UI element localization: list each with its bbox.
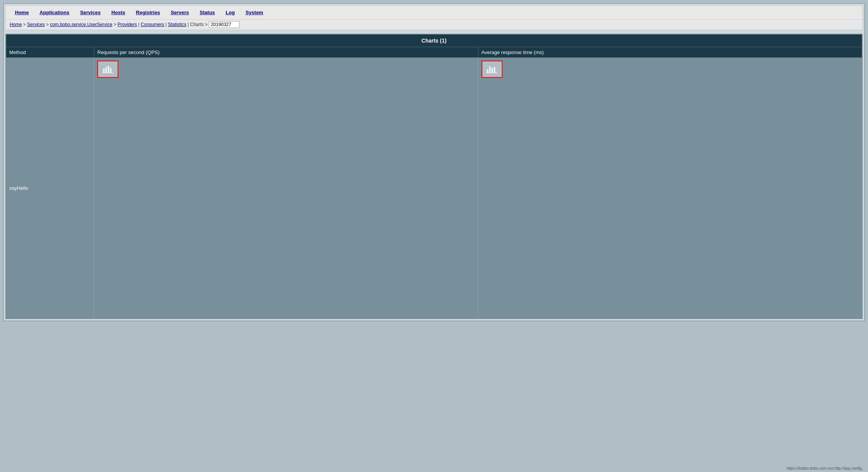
method-cell: sayHello xyxy=(6,58,94,318)
breadcrumb-home[interactable]: Home xyxy=(10,22,22,27)
nav-servers[interactable]: Servers xyxy=(165,8,195,17)
svg-rect-3 xyxy=(110,68,111,73)
svg-rect-7 xyxy=(491,68,493,73)
avg-chart-thumbnail[interactable] xyxy=(481,61,503,78)
nav-applications[interactable]: Applications xyxy=(34,8,75,17)
nav-system[interactable]: System xyxy=(240,8,269,17)
breadcrumb-charts-text: Charts xyxy=(190,22,203,27)
breadcrumb-providers[interactable]: Providers xyxy=(118,22,137,27)
nav-log[interactable]: Log xyxy=(220,8,240,17)
charts-title: Charts (1) xyxy=(6,35,862,47)
svg-rect-8 xyxy=(494,67,495,73)
breadcrumb-consumers[interactable]: Consumers xyxy=(141,22,164,27)
svg-rect-2 xyxy=(108,66,109,73)
method-name: sayHello xyxy=(9,185,28,191)
nav-bar: Home Applications Services Hosts Registr… xyxy=(5,5,863,20)
col-header-qps: Requests per second (QPS) xyxy=(94,47,478,58)
svg-rect-1 xyxy=(105,67,107,73)
nav-home[interactable]: Home xyxy=(10,8,34,17)
nav-registries[interactable]: Registries xyxy=(131,8,165,17)
breadcrumb-sep3: > xyxy=(113,22,117,27)
breadcrumb-arrow: > xyxy=(205,22,209,27)
breadcrumb-sep1: > xyxy=(23,22,27,27)
breadcrumb-statistics[interactable]: Statistics xyxy=(168,22,186,27)
qps-chart-cell xyxy=(94,58,478,318)
breadcrumb-service-name[interactable]: com.bobo.service.UserService xyxy=(50,22,112,27)
svg-rect-0 xyxy=(103,69,105,73)
qps-chart-thumbnail[interactable] xyxy=(97,61,118,78)
nav-services[interactable]: Services xyxy=(75,8,106,17)
svg-rect-5 xyxy=(487,69,488,73)
breadcrumb-bar: Home > Services > com.bobo.service.UserS… xyxy=(5,20,863,30)
avg-chart-cell xyxy=(478,58,862,318)
avg-chart-icon xyxy=(486,64,498,74)
chart-icon xyxy=(102,64,114,74)
breadcrumb-services[interactable]: Services xyxy=(27,22,45,27)
breadcrumb-date-input[interactable] xyxy=(209,21,239,28)
column-headers: Method Requests per second (QPS) Average… xyxy=(6,47,862,58)
nav-hosts[interactable]: Hosts xyxy=(106,8,131,17)
charts-panel: Charts (1) Method Requests per second (Q… xyxy=(5,34,863,319)
table-row: sayHello xyxy=(6,58,862,318)
breadcrumb-sep2: > xyxy=(46,22,50,27)
outer-wrapper: Home Applications Services Hosts Registr… xyxy=(3,3,865,321)
svg-rect-6 xyxy=(489,66,491,73)
nav-status[interactable]: Status xyxy=(194,8,220,17)
col-header-method: Method xyxy=(6,47,94,58)
col-header-avg: Average response time (ms) xyxy=(478,47,862,58)
